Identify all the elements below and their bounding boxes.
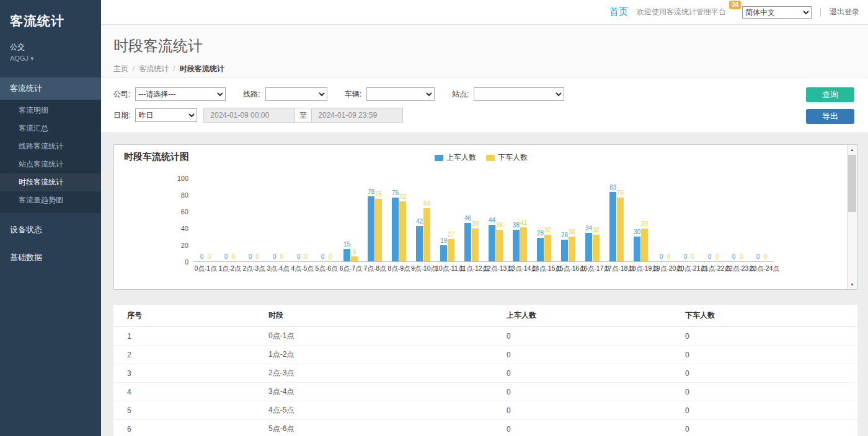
date-range-group: 至 bbox=[203, 108, 403, 123]
x-axis-label: 7点-8点 bbox=[363, 264, 387, 273]
bar-value-label: 0 bbox=[280, 253, 284, 260]
bar-value-label: 76 bbox=[617, 190, 624, 196]
legend-item[interactable]: 上车人数 bbox=[435, 152, 476, 163]
table-header-cell: 时段 bbox=[255, 305, 493, 327]
bar-group: 00 bbox=[290, 178, 314, 261]
station-select[interactable] bbox=[474, 87, 564, 101]
x-axis-label: 20点-21点 bbox=[677, 264, 701, 273]
query-button[interactable]: 查询 bbox=[806, 87, 854, 102]
bar-value-label: 44 bbox=[489, 217, 495, 224]
breadcrumb-separator: / bbox=[173, 64, 175, 73]
bar: 26 bbox=[561, 240, 568, 261]
sidebar-item[interactable]: 时段客流统计 bbox=[0, 173, 101, 191]
legend-label: 上车人数 bbox=[446, 152, 476, 163]
chart-plot: 0000000000001567875767242641927463944383… bbox=[193, 178, 774, 262]
breadcrumb: 主页/客流统计/时段客流统计 bbox=[113, 64, 856, 74]
filter-panel: 公司: ---请选择--- 线路: 车辆: 站点: 日期: 昨日 至 查询 bbox=[101, 77, 868, 133]
y-axis-tick: 0 bbox=[185, 258, 188, 266]
sidebar-item[interactable]: 客流汇总 bbox=[0, 120, 101, 137]
org-code-dropdown[interactable]: AQGJ ▾ bbox=[0, 53, 101, 63]
bar-value-label: 34 bbox=[585, 225, 592, 232]
bar: 76 bbox=[392, 198, 399, 261]
bar-group: 7672 bbox=[387, 178, 411, 261]
table-cell: 1点-2点 bbox=[255, 346, 493, 364]
date-end-input[interactable] bbox=[311, 108, 403, 123]
scrollbar-down-icon[interactable]: ▼ bbox=[848, 280, 857, 289]
bar-value-label: 30 bbox=[634, 229, 640, 235]
table-cell: 0点-1点 bbox=[255, 327, 493, 346]
table-cell: 0 bbox=[671, 327, 857, 346]
bar-group: 00 bbox=[725, 178, 750, 261]
sidebar-item[interactable]: 线路客流统计 bbox=[0, 137, 101, 155]
x-axis-label: 0点-1点 bbox=[193, 264, 218, 273]
language-select[interactable]: 简体中文 bbox=[742, 6, 812, 19]
bar: 6 bbox=[351, 256, 358, 261]
company-label: 公司: bbox=[113, 89, 130, 100]
caret-down-icon: ▾ bbox=[30, 54, 34, 62]
bar: 41 bbox=[520, 227, 527, 261]
bar: 30 bbox=[569, 237, 575, 262]
table-cell: 0 bbox=[493, 327, 671, 346]
table-cell: 0 bbox=[493, 346, 671, 364]
chart-legend: 上车人数下车人数 bbox=[124, 152, 838, 163]
sidebar-item[interactable]: 客流量趋势图 bbox=[0, 191, 101, 209]
sidebar-item[interactable]: 站点客流统计 bbox=[0, 155, 101, 173]
sidebar-item[interactable]: 客流明细 bbox=[0, 102, 101, 120]
bar-group: 156 bbox=[339, 178, 363, 261]
bar: 19 bbox=[440, 245, 447, 261]
bar-value-label: 38 bbox=[496, 222, 503, 229]
sidebar-section-passenger-stats[interactable]: 客流统计 bbox=[0, 77, 101, 100]
bar-value-label: 41 bbox=[520, 219, 527, 226]
export-button[interactable]: 导出 bbox=[806, 109, 854, 124]
bar: 75 bbox=[375, 199, 382, 261]
scrollbar-up-icon[interactable]: ▲ bbox=[848, 145, 857, 154]
page-title: 时段客流统计 bbox=[113, 36, 856, 56]
bar: 32 bbox=[593, 235, 600, 261]
sidebar-section[interactable]: 基础数据 bbox=[0, 246, 101, 269]
x-axis-label: 15点-16点 bbox=[556, 264, 580, 273]
chart-scrollbar[interactable]: ▲ ▼ bbox=[847, 145, 857, 289]
bar-value-label: 64 bbox=[423, 200, 430, 207]
x-axis-label: 13点-14点 bbox=[508, 264, 532, 273]
line-select[interactable] bbox=[265, 87, 327, 101]
date-preset-select[interactable]: 昨日 bbox=[135, 108, 197, 122]
bar-value-label: 39 bbox=[641, 220, 648, 227]
bar-value-label: 0 bbox=[321, 253, 325, 260]
date-start-input[interactable] bbox=[203, 108, 295, 123]
legend-item[interactable]: 下车人数 bbox=[486, 152, 528, 163]
bar: 28 bbox=[537, 238, 544, 261]
app-brand: 客流统计 bbox=[0, 0, 101, 33]
vehicle-select[interactable] bbox=[366, 87, 435, 101]
bar-value-label: 75 bbox=[375, 191, 382, 198]
company-select[interactable]: ---请选择--- bbox=[135, 87, 226, 101]
logout-link[interactable]: 退出登录 bbox=[830, 7, 859, 17]
table-row: 32点-3点00 bbox=[113, 364, 857, 383]
chart-y-axis: 020406080100 bbox=[124, 178, 193, 262]
home-link[interactable]: 首页 bbox=[609, 6, 628, 18]
breadcrumb-item[interactable]: 主页 bbox=[113, 64, 128, 73]
bar-value-label: 15 bbox=[343, 241, 350, 248]
scrollbar-thumb[interactable] bbox=[848, 155, 856, 212]
table-row: 54点-5点00 bbox=[113, 401, 857, 420]
bar-group: 00 bbox=[242, 178, 266, 261]
x-axis-label: 3点-4点 bbox=[266, 264, 290, 273]
content-area: 时段车流统计图 上车人数下车人数 020406080100 0000000000… bbox=[101, 133, 868, 436]
bar-value-label: 0 bbox=[732, 253, 736, 260]
x-axis-label: 5点-6点 bbox=[314, 264, 339, 273]
bar-group: 00 bbox=[750, 178, 774, 261]
sidebar-section[interactable]: 设备状态 bbox=[0, 219, 101, 241]
x-axis-label: 14点-15点 bbox=[532, 264, 556, 273]
breadcrumb-item[interactable]: 客流统计 bbox=[139, 64, 169, 73]
bar-value-label: 32 bbox=[544, 227, 551, 233]
table-cell: 0 bbox=[671, 401, 857, 420]
y-axis-tick: 40 bbox=[181, 225, 188, 232]
bar: 78 bbox=[368, 196, 374, 261]
bar: 76 bbox=[617, 198, 624, 261]
table-cell: 5 bbox=[113, 401, 255, 420]
bar-value-label: 0 bbox=[208, 253, 211, 260]
x-axis-label: 21点-22点 bbox=[701, 264, 725, 273]
sidebar-menu: 客流统计 客流明细客流汇总线路客流统计站点客流统计时段客流统计客流量趋势图 设备… bbox=[0, 77, 101, 269]
bar-value-label: 83 bbox=[609, 184, 616, 191]
table-cell: 0 bbox=[493, 401, 671, 420]
vehicle-label: 车辆: bbox=[345, 89, 361, 100]
